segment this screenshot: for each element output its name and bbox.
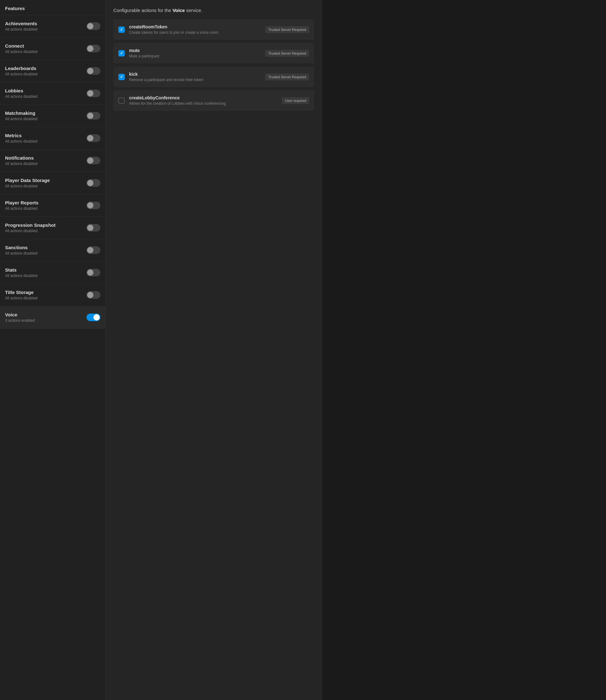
toggle-sanctions[interactable] bbox=[87, 246, 100, 254]
toggle-stats[interactable] bbox=[87, 269, 100, 276]
sidebar-item-name-achievements: Achievements bbox=[5, 21, 38, 26]
sidebar-item-name-player-reports: Player Reports bbox=[5, 200, 39, 206]
sidebar-item-status-player-reports: All actions disabled bbox=[5, 206, 39, 211]
action-row-createRoomToken: ✓createRoomTokenCreate tokens for users … bbox=[113, 19, 314, 40]
sidebar-item-name-voice: Voice bbox=[5, 312, 35, 317]
sidebar-item-player-reports[interactable]: Player ReportsAll actions disabled bbox=[0, 194, 106, 217]
sidebar-header: Features bbox=[0, 0, 106, 15]
sidebar-item-name-title-storage: Title Storage bbox=[5, 290, 38, 295]
section-title-service: Voice bbox=[173, 7, 185, 13]
sidebar-item-name-player-data-storage: Player Data Storage bbox=[5, 177, 50, 183]
sidebar-item-status-connect: All actions disabled bbox=[5, 50, 38, 54]
sidebar-item-matchmaking[interactable]: MatchmakingAll actions disabled bbox=[0, 105, 106, 127]
actions-list: ✓createRoomTokenCreate tokens for users … bbox=[113, 19, 314, 111]
sidebar-item-name-leaderboards: Leaderboards bbox=[5, 66, 38, 71]
sidebar-item-name-sanctions: Sanctions bbox=[5, 245, 38, 250]
sidebar-item-stats[interactable]: StatsAll actions disabled bbox=[0, 262, 106, 284]
section-title: Configurable actions for the Voice servi… bbox=[113, 7, 314, 13]
sidebar-item-achievements[interactable]: AchievementsAll actions disabled bbox=[0, 15, 106, 38]
sidebar-item-connect[interactable]: ConnectAll actions disabled bbox=[0, 38, 106, 60]
app-container: Features AchievementsAll actions disable… bbox=[0, 0, 322, 700]
sidebar-item-progression-snapshot[interactable]: Progression SnapshotAll actions disabled bbox=[0, 217, 106, 239]
sidebar-item-notifications[interactable]: NotificationsAll actions disabled bbox=[0, 149, 106, 172]
action-desc-kick: Remove a participant and revoke their to… bbox=[129, 78, 265, 82]
action-row-createLobbyConference: createLobbyConferenceAllows for the crea… bbox=[113, 90, 314, 111]
sidebar-item-status-achievements: All actions disabled bbox=[5, 27, 38, 31]
sidebar-item-name-matchmaking: Matchmaking bbox=[5, 111, 38, 116]
toggle-notifications[interactable] bbox=[87, 157, 100, 164]
toggle-metrics[interactable] bbox=[87, 135, 100, 142]
sidebar-item-lobbies[interactable]: LobbiesAll actions disabled bbox=[0, 82, 106, 105]
sidebar-item-status-voice: 3 actions enabled bbox=[5, 318, 35, 323]
toggle-leaderboards[interactable] bbox=[87, 67, 100, 75]
sidebar-item-status-progression-snapshot: All actions disabled bbox=[5, 229, 55, 233]
sidebar-item-status-matchmaking: All actions disabled bbox=[5, 117, 38, 121]
section-title-suffix: service. bbox=[185, 7, 203, 13]
sidebar-item-sanctions[interactable]: SanctionsAll actions disabled bbox=[0, 239, 106, 262]
action-badge-kick: Trusted Server Required bbox=[265, 73, 309, 80]
action-badge-createRoomToken: Trusted Server Required bbox=[265, 26, 309, 33]
sidebar-item-status-sanctions: All actions disabled bbox=[5, 251, 38, 256]
action-checkbox-createLobbyConference[interactable] bbox=[118, 97, 125, 104]
checkmark-icon: ✓ bbox=[120, 74, 123, 79]
sidebar-item-name-connect: Connect bbox=[5, 43, 38, 49]
action-name-createRoomToken: createRoomToken bbox=[129, 24, 265, 29]
sidebar-items: AchievementsAll actions disabledConnectA… bbox=[0, 15, 106, 329]
sidebar-item-status-lobbies: All actions disabled bbox=[5, 94, 38, 99]
toggle-voice[interactable] bbox=[87, 314, 100, 321]
toggle-progression-snapshot[interactable] bbox=[87, 224, 100, 232]
sidebar-item-status-leaderboards: All actions disabled bbox=[5, 72, 38, 76]
action-checkbox-kick[interactable]: ✓ bbox=[118, 74, 125, 80]
sidebar-item-player-data-storage[interactable]: Player Data StorageAll actions disabled bbox=[0, 172, 106, 194]
sidebar-item-name-lobbies: Lobbies bbox=[5, 88, 38, 93]
sidebar-item-name-notifications: Notifications bbox=[5, 155, 38, 161]
sidebar-item-status-metrics: All actions disabled bbox=[5, 139, 38, 144]
sidebar-item-title-storage[interactable]: Title StorageAll actions disabled bbox=[0, 284, 106, 306]
action-checkbox-mute[interactable]: ✓ bbox=[118, 50, 125, 56]
sidebar-item-status-notifications: All actions disabled bbox=[5, 162, 38, 166]
sidebar-item-voice[interactable]: Voice3 actions enabled bbox=[0, 306, 106, 329]
toggle-player-data-storage[interactable] bbox=[87, 179, 100, 187]
main-content: Configurable actions for the Voice servi… bbox=[106, 0, 322, 700]
sidebar-item-status-player-data-storage: All actions disabled bbox=[5, 184, 50, 188]
toggle-connect[interactable] bbox=[87, 45, 100, 52]
action-badge-createLobbyConference: User required bbox=[282, 97, 309, 104]
toggle-matchmaking[interactable] bbox=[87, 112, 100, 120]
checkmark-icon: ✓ bbox=[120, 51, 123, 55]
action-badge-mute: Trusted Server Required bbox=[265, 50, 309, 57]
action-name-mute: mute bbox=[129, 48, 265, 53]
action-desc-createLobbyConference: Allows for the creation of Lobbies with … bbox=[129, 101, 282, 106]
sidebar-item-name-stats: Stats bbox=[5, 267, 38, 272]
toggle-player-reports[interactable] bbox=[87, 201, 100, 209]
toggle-title-storage[interactable] bbox=[87, 291, 100, 299]
action-row-kick: ✓kickRemove a participant and revoke the… bbox=[113, 67, 314, 87]
section-title-prefix: Configurable actions for the bbox=[113, 7, 173, 13]
sidebar-item-name-metrics: Metrics bbox=[5, 133, 38, 138]
action-checkbox-createRoomToken[interactable]: ✓ bbox=[118, 26, 125, 33]
sidebar-item-leaderboards[interactable]: LeaderboardsAll actions disabled bbox=[0, 60, 106, 82]
toggle-achievements[interactable] bbox=[87, 22, 100, 30]
action-name-kick: kick bbox=[129, 72, 265, 77]
sidebar: Features AchievementsAll actions disable… bbox=[0, 0, 106, 700]
action-row-mute: ✓muteMute a participantTrusted Server Re… bbox=[113, 43, 314, 64]
action-desc-mute: Mute a participant bbox=[129, 54, 265, 58]
sidebar-item-name-progression-snapshot: Progression Snapshot bbox=[5, 222, 55, 228]
action-desc-createRoomToken: Create tokens for users to join or creat… bbox=[129, 30, 265, 35]
action-name-createLobbyConference: createLobbyConference bbox=[129, 95, 282, 100]
sidebar-item-metrics[interactable]: MetricsAll actions disabled bbox=[0, 127, 106, 149]
checkmark-icon: ✓ bbox=[120, 27, 123, 32]
sidebar-item-status-stats: All actions disabled bbox=[5, 273, 38, 278]
toggle-lobbies[interactable] bbox=[87, 90, 100, 97]
sidebar-item-status-title-storage: All actions disabled bbox=[5, 296, 38, 300]
